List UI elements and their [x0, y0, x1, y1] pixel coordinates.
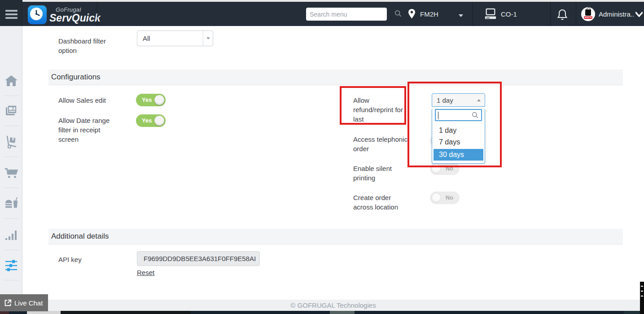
menu-search-box[interactable]	[306, 8, 387, 21]
food-icon	[4, 196, 18, 210]
brand-logo[interactable]: GoFrugal ServQuick	[28, 5, 101, 24]
reports-chart-icon	[4, 228, 18, 242]
orders-documents-icon	[4, 104, 18, 117]
allow-sales-edit-toggle[interactable]: Yes	[136, 94, 166, 106]
refund-period-options-panel: 1 day 7 days 30 days	[432, 109, 485, 164]
allow-sales-edit-label: Allow Sales edit	[58, 96, 121, 105]
live-chat-button[interactable]: Live Chat	[0, 294, 48, 311]
dropdown-option-7-days[interactable]: 7 days	[432, 136, 485, 148]
hamburger-menu-icon[interactable]	[5, 10, 18, 21]
avatar: AGATYA	[581, 7, 595, 21]
additional-details-section-header: Additional details	[48, 229, 623, 244]
toggle-knob	[431, 164, 441, 174]
toggle-knob	[154, 95, 164, 105]
search-icon	[472, 112, 478, 120]
chevron-down-icon	[635, 12, 643, 17]
search-input[interactable]	[306, 11, 394, 18]
brand-servquick-text: ServQuick	[49, 13, 101, 23]
cart-icon	[4, 166, 18, 179]
sidebar-item-home[interactable]	[0, 73, 22, 88]
access-telephonic-label: Access telephonic order	[353, 135, 410, 153]
create-order-across-toggle[interactable]: No	[430, 192, 460, 204]
dashboard-filter-label: Dashboard filter option	[58, 36, 109, 55]
allow-date-range-label: Allow Date range filter in receipt scree…	[58, 116, 111, 144]
allow-date-range-toggle[interactable]: Yes	[136, 114, 166, 127]
refund-period-dropdown: 1 day 1 day 7 days 30 days	[432, 93, 485, 164]
create-order-across-label: Create order across location	[353, 193, 412, 212]
refund-period-selected-value: 1 day	[437, 96, 453, 104]
toggle-knob	[154, 116, 164, 126]
sidebar-item-settings[interactable]	[0, 258, 22, 273]
api-key-label: API key	[58, 255, 82, 264]
text-cursor	[438, 112, 438, 119]
sidebar-item-orders[interactable]	[0, 103, 22, 118]
toggle-knob	[431, 193, 441, 203]
purchase-handtruck-icon	[4, 135, 18, 149]
select-caret-up-icon	[477, 99, 481, 101]
hamburger-container	[0, 0, 22, 26]
home-icon	[4, 74, 18, 87]
search-icon[interactable]	[394, 10, 402, 19]
dropdown-option-30-days[interactable]: 30 days	[434, 149, 483, 161]
additional-details-title: Additional details	[51, 232, 109, 241]
user-name-label: Administra...	[599, 10, 634, 18]
location-label: FM2H	[420, 10, 438, 18]
brand-gofrugal-text: GoFrugal	[56, 7, 101, 13]
terminal-label: CO-1	[501, 10, 517, 18]
live-chat-label: Live Chat	[14, 299, 43, 307]
pos-terminal-icon	[484, 8, 497, 20]
enable-silent-printing-label: Enable silent printing	[353, 164, 410, 183]
notifications-button[interactable]	[556, 9, 568, 23]
sidebar-item-reports[interactable]	[0, 227, 22, 243]
select-caret-icon	[206, 37, 210, 39]
dropdown-search-input[interactable]	[435, 109, 482, 121]
edge-widget[interactable]	[640, 282, 644, 314]
allow-refund-reprint-label: Allow refund/reprint for last	[353, 96, 410, 124]
sidebar-item-food[interactable]	[0, 195, 22, 210]
api-key-field[interactable]: F9699DD9DB5EE3A631F0FF9E58AI	[137, 251, 260, 266]
terminal-selector[interactable]: CO-1	[484, 8, 517, 20]
location-pin-icon	[407, 8, 416, 20]
dashboard-filter-value: All	[143, 35, 150, 42]
enable-silent-printing-toggle[interactable]: No	[430, 162, 460, 175]
configurations-section-header: Configurations	[48, 70, 623, 85]
app-header: GoFrugal ServQuick FM2H CO-1 AG	[0, 2, 644, 26]
bell-icon	[556, 9, 568, 21]
user-menu[interactable]: AGATYA Administra...	[581, 7, 643, 21]
api-key-reset-link[interactable]: Reset	[137, 269, 154, 276]
left-sidebar	[0, 26, 22, 314]
sidebar-item-sales[interactable]	[0, 165, 22, 180]
location-caret-icon[interactable]	[459, 14, 463, 17]
sidebar-item-purchase[interactable]	[0, 135, 22, 150]
header-divider	[97, 2, 97, 26]
header-divider	[576, 2, 576, 26]
dropdown-option-1-day[interactable]: 1 day	[432, 125, 485, 136]
header-divider	[472, 2, 473, 26]
refund-period-select[interactable]: 1 day	[432, 93, 485, 107]
servquick-settings-page: GoFrugal ServQuick FM2H CO-1 AG	[0, 0, 644, 314]
configurations-title: Configurations	[51, 73, 101, 82]
footer-bar: © GOFRUGAL Technologies	[22, 300, 644, 311]
header-divider	[550, 2, 551, 26]
location-selector[interactable]: FM2H	[407, 8, 438, 20]
copyright-text: © GOFRUGAL Technologies	[22, 301, 644, 309]
servquick-clock-icon	[28, 5, 47, 24]
settings-sliders-icon	[4, 259, 18, 272]
external-link-icon	[4, 299, 12, 307]
dashboard-filter-select[interactable]: All	[137, 31, 213, 46]
bottom-edge-strip	[0, 311, 644, 314]
